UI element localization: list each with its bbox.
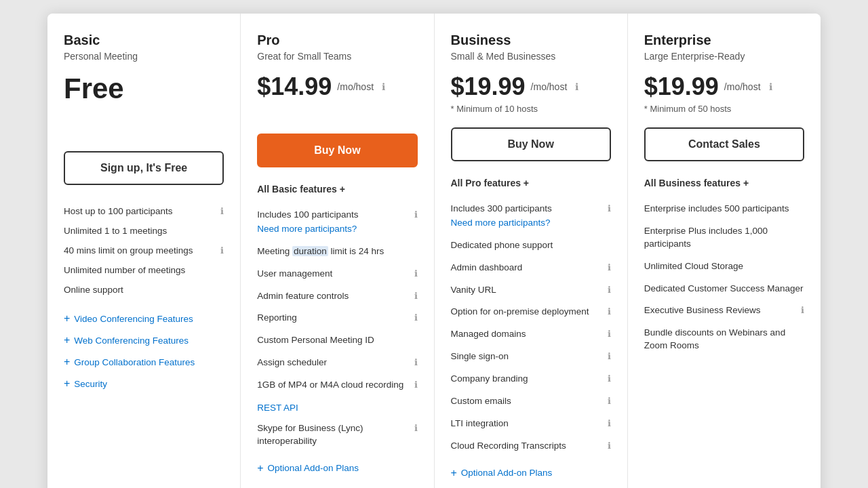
info-icon-biz-emails[interactable]: ℹ <box>608 396 611 406</box>
plan-business-cta[interactable]: Buy Now <box>451 127 611 161</box>
info-icon-40mins[interactable]: ℹ <box>220 245 224 256</box>
info-icon-pro-skype[interactable]: ℹ <box>414 423 418 433</box>
basic-features-list: Host up to 100 participants ℹ Unlimited … <box>64 201 224 300</box>
plan-enterprise-note: * Minimum of 50 hosts <box>644 104 804 114</box>
info-icon-biz-admin-dashboard[interactable]: ℹ <box>608 262 611 272</box>
info-icon-ent-reviews[interactable]: ℹ <box>801 305 804 315</box>
expand-icon-security: + <box>64 378 70 390</box>
optional-addons-biz[interactable]: + Optional Add-on Plans <box>451 460 611 486</box>
plan-basic-cta[interactable]: Sign up, It's Free <box>64 151 224 185</box>
expand-label-video: Video Conferencing Features <box>74 314 193 324</box>
info-icon-biz-transcripts[interactable]: ℹ <box>608 441 611 451</box>
feature-pro-assign-scheduler: Assign scheduler ℹ <box>257 352 417 374</box>
feature-biz-on-premise: Option for on-premise deployment ℹ <box>451 301 611 323</box>
feature-ent-cloud-storage: Unlimited Cloud Storage <box>644 256 804 278</box>
plan-enterprise-cta[interactable]: Contact Sales <box>644 127 804 161</box>
optional-addons-pro-label: Optional Add-on Plans <box>268 463 359 473</box>
expand-video-conferencing[interactable]: + Video Conferencing Features <box>64 308 224 329</box>
feature-biz-managed-domains: Managed domains ℹ <box>451 323 611 346</box>
expand-icon-group: + <box>64 356 70 368</box>
info-icon-biz-on-premise[interactable]: ℹ <box>608 306 611 317</box>
plan-pro: Pro Great for Small Teams $14.99 /mo/hos… <box>241 14 434 488</box>
feature-1to1: Unlimited 1 to 1 meetings <box>64 221 224 241</box>
plan-enterprise-features-header: All Business features + <box>644 178 804 188</box>
info-icon-biz-branding[interactable]: ℹ <box>608 373 611 384</box>
plan-business-unit: /mo/host <box>531 81 568 92</box>
expand-web-conferencing[interactable]: + Web Conferencing Features <box>64 329 224 351</box>
feature-100-participants: Host up to 100 participants ℹ <box>64 201 224 221</box>
feature-pro-skype: Skype for Business (Lync) interoperabili… <box>257 418 417 453</box>
feature-pro-reporting: Reporting ℹ <box>257 307 417 329</box>
info-icon-pro-cloud[interactable]: ℹ <box>414 380 418 390</box>
feature-biz-custom-emails: Custom emails ℹ <box>451 390 611 413</box>
feature-biz-admin-dashboard: Admin dashboard ℹ <box>451 257 611 279</box>
info-icon-participants[interactable]: ℹ <box>220 206 224 216</box>
plan-basic-price: Free <box>64 73 124 105</box>
plan-pro-name: Pro <box>257 33 417 48</box>
expand-group-collab[interactable]: + Group Collaboration Features <box>64 351 224 373</box>
pricing-table: Basic Personal Meeting Free Sign up, It'… <box>47 14 821 488</box>
feature-biz-300: Includes 300 participants Need more part… <box>451 198 611 235</box>
plan-business-tagline: Small & Med Businesses <box>451 51 611 62</box>
plan-enterprise-name: Enterprise <box>644 33 804 48</box>
feature-pro-cloud-recording: 1GB of MP4 or M4A cloud recording ℹ <box>257 374 417 396</box>
feature-ent-bundle-discounts: Bundle discounts on Webinars and Zoom Ro… <box>644 322 804 357</box>
info-icon-biz-vanity[interactable]: ℹ <box>608 285 611 295</box>
link-more-participants-biz[interactable]: Need more participants? <box>451 217 604 230</box>
feature-biz-phone-support: Dedicated phone support <box>451 235 611 257</box>
info-icon-pro-admin-controls[interactable]: ℹ <box>414 291 418 301</box>
expand-icon-web: + <box>64 334 70 346</box>
plan-basic-name: Basic <box>64 33 224 48</box>
feature-biz-vanity-url: Vanity URL ℹ <box>451 279 611 302</box>
info-icon-pro-participants[interactable]: ℹ <box>414 209 418 220</box>
link-more-participants-pro[interactable]: Need more participants? <box>257 223 410 236</box>
feature-pro-100: Includes 100 participants Need more part… <box>257 204 417 241</box>
optional-addons-pro[interactable]: + Optional Add-on Plans <box>257 455 417 481</box>
info-icon-business-price[interactable]: ℹ <box>575 81 578 92</box>
feature-online-support: Online support <box>64 280 224 300</box>
feature-pro-user-mgmt: User management ℹ <box>257 263 417 285</box>
info-icon-pro-reporting[interactable]: ℹ <box>414 312 418 323</box>
plan-enterprise-price: $19.99 <box>644 73 719 101</box>
feature-pro-custom-pmid: Custom Personal Meeting ID <box>257 329 417 352</box>
feature-biz-cloud-transcripts: Cloud Recording Transcripts ℹ <box>451 435 611 458</box>
feature-biz-branding: Company branding ℹ <box>451 368 611 390</box>
feature-ent-500: Enterprise includes 500 participants <box>644 198 804 220</box>
plan-basic-tagline: Personal Meeting <box>64 51 224 62</box>
expand-label-group: Group Collaboration Features <box>74 357 195 367</box>
feature-pro-rest-api: REST API <box>257 396 417 418</box>
feature-pro-duration: Meeting duration limit is 24 hrs <box>257 241 417 263</box>
info-icon-enterprise-price[interactable]: ℹ <box>769 81 772 92</box>
feature-pro-admin-controls: Admin feature controls ℹ <box>257 285 417 308</box>
plan-business-note: * Minimum of 10 hosts <box>451 104 611 114</box>
expand-icon-optional-pro: + <box>257 462 263 474</box>
feature-ent-success-manager: Dedicated Customer Success Manager <box>644 278 804 300</box>
plan-pro-unit: /mo/host <box>337 81 374 92</box>
plan-pro-price: $14.99 <box>257 73 332 101</box>
feature-40mins: 40 mins limit on group meetings ℹ <box>64 241 224 260</box>
expand-icon-optional-biz: + <box>451 467 457 479</box>
optional-addons-biz-label: Optional Add-on Plans <box>461 468 552 478</box>
feature-ent-1000: Enterprise Plus includes 1,000 participa… <box>644 220 804 256</box>
feature-ent-business-reviews: Executive Business Reviews ℹ <box>644 300 804 322</box>
info-icon-biz-sso[interactable]: ℹ <box>608 351 611 361</box>
link-rest-api[interactable]: REST API <box>257 403 298 413</box>
plan-business: Business Small & Med Businesses $19.99 /… <box>435 14 628 488</box>
plan-enterprise-unit: /mo/host <box>724 81 761 92</box>
info-icon-biz-participants[interactable]: ℹ <box>608 203 611 214</box>
plan-enterprise: Enterprise Large Enterprise-Ready $19.99… <box>628 14 821 488</box>
plan-pro-tagline: Great for Small Teams <box>257 51 417 62</box>
info-icon-biz-managed-domains[interactable]: ℹ <box>608 329 611 339</box>
plan-enterprise-tagline: Large Enterprise-Ready <box>644 51 804 62</box>
feature-unlimited-meetings: Unlimited number of meetings <box>64 260 224 280</box>
plan-pro-cta[interactable]: Buy Now <box>257 134 417 167</box>
info-icon-biz-lti[interactable]: ℹ <box>608 418 611 428</box>
info-icon-pro-scheduler[interactable]: ℹ <box>414 357 418 367</box>
plan-basic: Basic Personal Meeting Free Sign up, It'… <box>47 14 241 488</box>
info-icon-pro-user-mgmt[interactable]: ℹ <box>414 268 418 279</box>
feature-biz-sso: Single sign-on ℹ <box>451 346 611 368</box>
info-icon-pro-price[interactable]: ℹ <box>382 81 385 92</box>
plan-business-features-header: All Pro features + <box>451 178 611 188</box>
plan-business-name: Business <box>451 33 611 48</box>
expand-security[interactable]: + Security <box>64 373 224 394</box>
